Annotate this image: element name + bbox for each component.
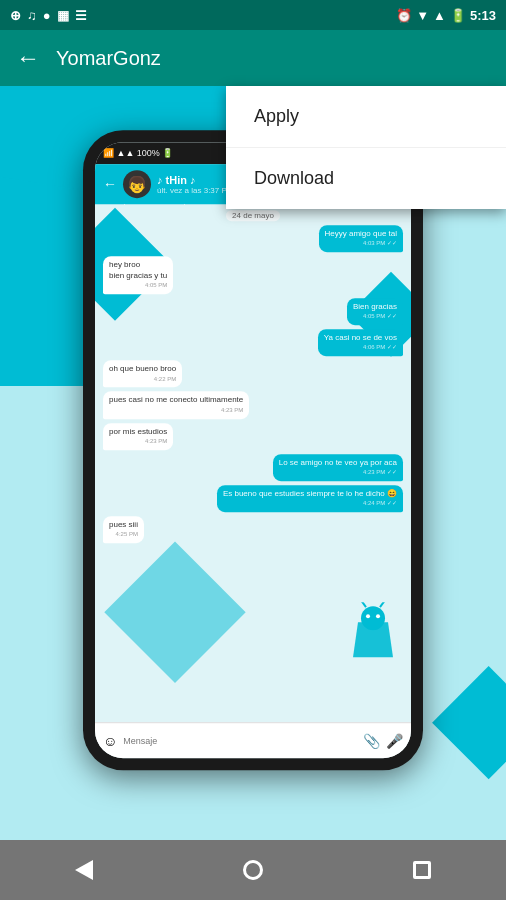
- spotify-icon: ●: [43, 8, 51, 23]
- recent-nav-button[interactable]: [407, 855, 437, 885]
- battery-icon: 🔋: [450, 8, 466, 23]
- message-input[interactable]: [123, 729, 357, 753]
- emoji-button[interactable]: ☺: [103, 733, 117, 749]
- back-nav-button[interactable]: [69, 855, 99, 885]
- toolbar: ← YomarGonz: [0, 30, 506, 86]
- android-mascot: [343, 602, 403, 672]
- svg-line-5: [380, 602, 385, 607]
- phone-back-button[interactable]: ←: [103, 176, 117, 192]
- page-title: YomarGonz: [56, 47, 490, 70]
- time-display: 5:13: [470, 8, 496, 23]
- phone-status-left: 📶 ▲▲ 100% 🔋: [103, 148, 173, 158]
- phone-screen: 📶 ▲▲ 100% 🔋 03:39 PM ← 👦 ♪ tHin ♪ últ. v…: [95, 142, 411, 758]
- apply-menu-item[interactable]: Apply: [226, 86, 506, 148]
- menu-icon-status: ☰: [75, 8, 87, 23]
- wifi-icon: ▼: [416, 8, 429, 23]
- phone-mockup: 📶 ▲▲ 100% 🔋 03:39 PM ← 👦 ♪ tHin ♪ últ. v…: [83, 130, 423, 770]
- bottom-nav: [0, 840, 506, 900]
- message-5: oh que bueno broo 4:22 PM: [103, 360, 182, 387]
- message-8: Lo se amigo no te veo ya por aca 4:23 PM…: [273, 454, 403, 481]
- status-bar: ⊕ ♫ ● ▦ ☰ ⏰ ▼ ▲ 🔋 5:13: [0, 0, 506, 30]
- svg-point-1: [361, 606, 385, 630]
- message-1: Heyyy amigo que tal 4:03 PM ✓✓: [319, 225, 403, 252]
- mic-button[interactable]: 🎤: [386, 733, 403, 749]
- attach-button[interactable]: 📎: [363, 733, 380, 749]
- phone-outer: 📶 ▲▲ 100% 🔋 03:39 PM ← 👦 ♪ tHin ♪ últ. v…: [83, 130, 423, 770]
- download-menu-item[interactable]: Download: [226, 148, 506, 209]
- status-icons-left: ⊕ ♫ ● ▦ ☰: [10, 8, 87, 23]
- message-2: hey broo bien gracias y tu 4:05 PM: [103, 256, 173, 294]
- chat-date: 24 de mayo: [226, 210, 280, 221]
- message-7: por mis estudios 4:23 PM: [103, 423, 173, 450]
- svg-point-2: [366, 614, 370, 618]
- back-button[interactable]: ←: [16, 44, 40, 72]
- home-nav-icon: [243, 860, 263, 880]
- svg-line-4: [361, 602, 366, 607]
- grid-icon: ▦: [57, 8, 69, 23]
- svg-point-3: [376, 614, 380, 618]
- dropdown-menu: Apply Download: [226, 86, 506, 209]
- recent-nav-icon: [413, 861, 431, 879]
- signal-icon: ▲: [433, 8, 446, 23]
- alarm-icon: ⏰: [396, 8, 412, 23]
- back-nav-icon: [75, 860, 93, 880]
- notification-icon: ⊕: [10, 8, 21, 23]
- message-4: Ya casi no se de vos 4:06 PM ✓✓: [318, 329, 403, 356]
- music-icon: ♫: [27, 8, 37, 23]
- chat-body: 24 de mayo Heyyy amigo que tal 4:03 PM ✓…: [95, 204, 411, 722]
- home-nav-button[interactable]: [238, 855, 268, 885]
- message-9: Es bueno que estudies siempre te lo he d…: [217, 485, 403, 512]
- message-10: pues siii 4:25 PM: [103, 516, 144, 543]
- contact-avatar: 👦: [123, 170, 151, 198]
- message-3: Bien gracias 4:05 PM ✓✓: [347, 298, 403, 325]
- chat-input-bar: ☺ 📎 🎤: [95, 722, 411, 758]
- message-6: pues casi no me conecto ultimamente 4:23…: [103, 392, 249, 419]
- status-icons-right: ⏰ ▼ ▲ 🔋 5:13: [396, 8, 496, 23]
